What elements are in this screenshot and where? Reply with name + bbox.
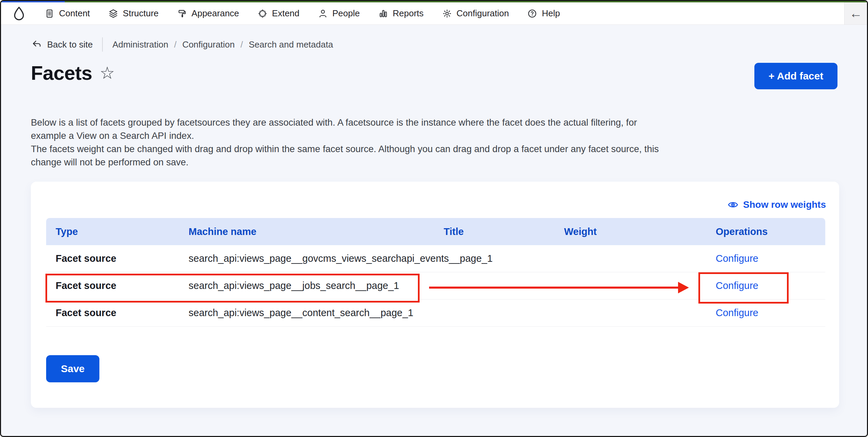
menu-item-structure[interactable]: Structure bbox=[108, 8, 159, 19]
description-paragraph-2: The facets weight can be changed with dr… bbox=[31, 142, 670, 169]
cell-type: Facet source bbox=[46, 280, 189, 291]
menu-item-label: Content bbox=[59, 8, 90, 19]
configure-link[interactable]: Configure bbox=[716, 253, 758, 264]
facets-card: Show row weights Type Machine name Title… bbox=[31, 182, 839, 408]
star-bookmark-icon[interactable]: ☆ bbox=[100, 65, 115, 81]
column-header-operations: Operations bbox=[716, 226, 825, 237]
menu-item-reports[interactable]: Reports bbox=[378, 8, 424, 19]
puzzle-icon bbox=[257, 8, 268, 19]
return-arrow-icon bbox=[32, 39, 42, 50]
drupal-admin-screen: Content Structure Appearance Extend bbox=[0, 0, 868, 437]
cell-machine-name: search_api:views_page__govcms_views_sear… bbox=[189, 253, 444, 264]
breadcrumb: Back to site Administration / Configurat… bbox=[32, 36, 333, 53]
paint-roller-icon bbox=[177, 8, 187, 19]
menu-item-label: People bbox=[332, 8, 360, 19]
menu-item-label: Appearance bbox=[192, 8, 239, 19]
layers-icon bbox=[108, 8, 118, 19]
page-title: Facets bbox=[31, 61, 92, 84]
drupal-logo[interactable] bbox=[11, 6, 27, 21]
admin-toolbar: Content Structure Appearance Extend bbox=[1, 2, 867, 25]
column-header-title: Title bbox=[444, 226, 564, 237]
help-circle-icon bbox=[527, 8, 537, 19]
show-row-weights-label: Show row weights bbox=[743, 199, 826, 210]
save-button[interactable]: Save bbox=[46, 355, 99, 382]
column-header-type: Type bbox=[46, 226, 189, 237]
description-paragraph-1: Below is a list of facets grouped by fac… bbox=[31, 116, 670, 142]
column-header-weight: Weight bbox=[564, 226, 716, 237]
menu-item-appearance[interactable]: Appearance bbox=[177, 8, 239, 19]
table-row: Facet source search_api:views_page__cont… bbox=[46, 299, 825, 327]
back-to-site-label: Back to site bbox=[47, 39, 93, 50]
breadcrumb-separator: / bbox=[174, 39, 176, 50]
back-to-site-link[interactable]: Back to site bbox=[32, 39, 93, 50]
cell-machine-name: search_api:views_page__jobs_search__page… bbox=[189, 280, 444, 291]
breadcrumb-item-search-and-metadata[interactable]: Search and metadata bbox=[249, 39, 333, 50]
breadcrumb-separator: / bbox=[240, 39, 243, 50]
bar-chart-icon bbox=[378, 8, 388, 19]
add-facet-button[interactable]: + Add facet bbox=[754, 63, 837, 89]
menu-item-extend[interactable]: Extend bbox=[257, 8, 300, 19]
facets-table: Type Machine name Title Weight Operation… bbox=[46, 218, 825, 327]
back-arrow-icon: ← bbox=[849, 6, 862, 21]
eye-icon bbox=[728, 199, 738, 210]
menu-item-configuration[interactable]: Configuration bbox=[442, 8, 509, 19]
table-header-row: Type Machine name Title Weight Operation… bbox=[46, 218, 825, 245]
column-header-machine-name: Machine name bbox=[189, 226, 444, 237]
breadcrumb-divider bbox=[102, 37, 103, 52]
menu-item-content[interactable]: Content bbox=[44, 8, 90, 19]
cell-type: Facet source bbox=[46, 307, 189, 318]
page-title-row: Facets ☆ bbox=[31, 61, 115, 84]
configure-link[interactable]: Configure bbox=[716, 280, 758, 291]
table-row-highlighted: Facet source search_api:views_page__jobs… bbox=[46, 272, 825, 299]
menu-item-label: Reports bbox=[393, 8, 424, 19]
toolbar-back-button[interactable]: ← bbox=[844, 2, 867, 24]
admin-menu: Content Structure Appearance Extend bbox=[44, 8, 560, 19]
document-icon bbox=[44, 8, 55, 19]
menu-item-label: Configuration bbox=[457, 8, 509, 19]
breadcrumb-item-configuration[interactable]: Configuration bbox=[182, 39, 235, 50]
top-strip-blue-segment bbox=[1, 1, 65, 2]
gear-icon bbox=[442, 8, 452, 19]
menu-item-label: Extend bbox=[272, 8, 300, 19]
menu-item-help[interactable]: Help bbox=[527, 8, 560, 19]
breadcrumb-item-administration[interactable]: Administration bbox=[112, 39, 168, 50]
show-row-weights-link[interactable]: Show row weights bbox=[728, 199, 826, 210]
person-icon bbox=[318, 8, 328, 19]
cell-type: Facet source bbox=[46, 253, 189, 264]
menu-item-label: Structure bbox=[123, 8, 159, 19]
menu-item-people[interactable]: People bbox=[318, 8, 360, 19]
configure-link[interactable]: Configure bbox=[716, 307, 758, 318]
menu-item-label: Help bbox=[542, 8, 560, 19]
cell-machine-name: search_api:views_page__content_search__p… bbox=[189, 307, 444, 318]
page-description: Below is a list of facets grouped by fac… bbox=[31, 116, 670, 169]
table-row: Facet source search_api:views_page__govc… bbox=[46, 245, 825, 272]
droplet-icon bbox=[11, 6, 27, 21]
window-top-strip bbox=[1, 1, 867, 2]
